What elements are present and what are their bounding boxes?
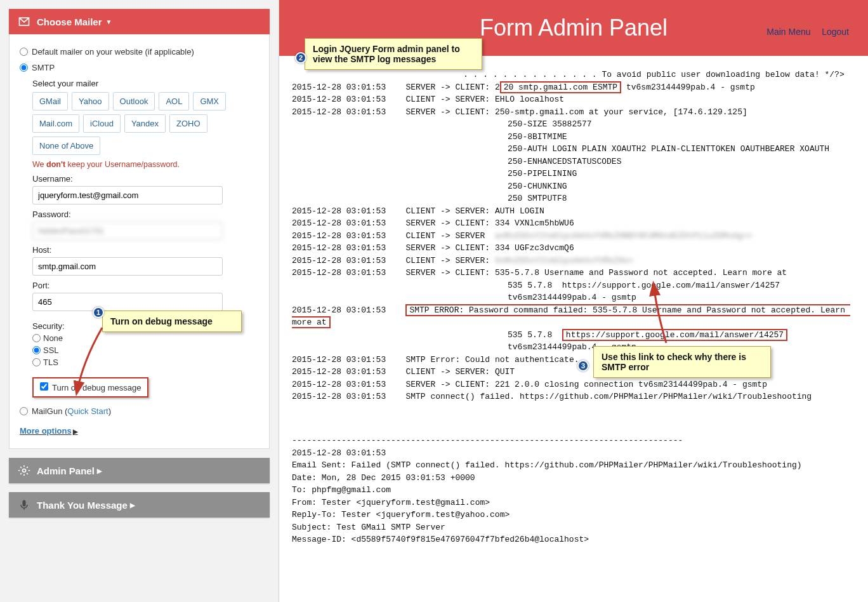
- port-input[interactable]: [32, 293, 223, 311]
- security-options: None SSL TLS: [32, 333, 259, 367]
- security-ssl[interactable]: SSL: [32, 345, 259, 355]
- badge-3: 3: [577, 360, 589, 371]
- radio-smtp[interactable]: SMTP: [20, 63, 55, 72]
- callout-2: Login JQuery Form admin panel to view th…: [305, 38, 482, 70]
- mailer-gmail[interactable]: GMail: [32, 92, 68, 110]
- mailer-icloud[interactable]: iCloud: [83, 114, 121, 133]
- mailer-yahoo[interactable]: Yahoo: [72, 92, 109, 110]
- security-tls[interactable]: TLS: [32, 358, 259, 367]
- svg-point-0: [23, 469, 26, 472]
- warn-text: We don't keep your Username/password.: [32, 160, 259, 169]
- error-link-highlight: https://support.google.com/mail/answer/1…: [562, 329, 787, 341]
- chevron-right-icon: ▶: [73, 428, 78, 435]
- mailer-zoho[interactable]: ZOHO: [169, 114, 207, 133]
- password-label: Password:: [32, 210, 259, 219]
- password-input[interactable]: [32, 222, 223, 240]
- thank-you-title: Thank You Message: [37, 500, 128, 511]
- main-menu-link[interactable]: Main Menu: [766, 27, 810, 37]
- callout-1: Turn on debug message: [102, 311, 242, 332]
- mailer-yandex[interactable]: Yandex: [124, 114, 166, 133]
- mailer-aol[interactable]: AOL: [159, 92, 189, 110]
- mailer-none[interactable]: None of Above: [32, 137, 100, 155]
- logout-link[interactable]: Logout: [822, 27, 849, 37]
- debug-checkbox-box: Turn on debug message: [32, 377, 148, 398]
- host-label: Host:: [32, 245, 259, 255]
- select-mailer-label: Select your mailer: [32, 79, 259, 88]
- mailer-grid: GMail Yahoo Outlook AOL GMX Mail.com iCl…: [32, 92, 259, 155]
- choose-mailer-title: Choose Mailer: [37, 17, 102, 27]
- thank-you-header[interactable]: Thank You Message ▶: [9, 492, 270, 518]
- mailer-mailcom[interactable]: Mail.com: [32, 114, 79, 133]
- debug-checkbox[interactable]: Turn on debug message: [40, 382, 141, 392]
- username-label: Username:: [32, 174, 259, 184]
- chevron-right-icon: ▶: [97, 467, 102, 474]
- smtp-banner-highlight: 20 smtp.gmail.com ESMTP: [500, 81, 621, 93]
- mailer-section: Choose Mailer ▼ Default mailer on your w…: [9, 9, 270, 449]
- choose-mailer-header[interactable]: Choose Mailer ▼: [9, 9, 270, 34]
- right-panel: Form Admin Panel Main Menu Logout 2 Logi…: [279, 0, 868, 602]
- badge-1: 1: [93, 307, 104, 318]
- mic-icon: [18, 498, 30, 511]
- callout-3: Use this link to check why there is SMTP…: [593, 346, 771, 378]
- mailer-outlook[interactable]: Outlook: [113, 92, 155, 110]
- chevron-right-icon: ▶: [130, 502, 135, 509]
- svg-rect-1: [23, 500, 26, 507]
- mailer-gmx[interactable]: GMX: [193, 92, 226, 110]
- quick-start-link[interactable]: Quick Start: [67, 406, 108, 416]
- radio-mailgun[interactable]: MailGun (Quick Start): [20, 406, 111, 416]
- port-label: Port:: [32, 281, 259, 290]
- host-input[interactable]: [32, 257, 223, 276]
- mailer-body: Default mailer on your website (if appli…: [9, 34, 270, 449]
- left-panel: Choose Mailer ▼ Default mailer on your w…: [0, 0, 279, 602]
- page-title: Form Admin Panel: [480, 15, 667, 41]
- mail-icon: [18, 15, 30, 28]
- admin-panel-header[interactable]: Admin Panel ▶: [9, 458, 270, 483]
- username-input[interactable]: [32, 186, 223, 204]
- gear-icon: [18, 464, 30, 477]
- badge-2: 2: [295, 52, 306, 64]
- admin-panel-title: Admin Panel: [37, 465, 95, 476]
- chevron-down-icon: ▼: [106, 18, 112, 25]
- more-options-link[interactable]: More options▶: [20, 426, 259, 436]
- security-none[interactable]: None: [32, 333, 259, 343]
- smtp-log: . . . . . . . . . . . . . . To avoid pub…: [279, 56, 868, 559]
- radio-default-mailer[interactable]: Default mailer on your website (if appli…: [20, 47, 194, 57]
